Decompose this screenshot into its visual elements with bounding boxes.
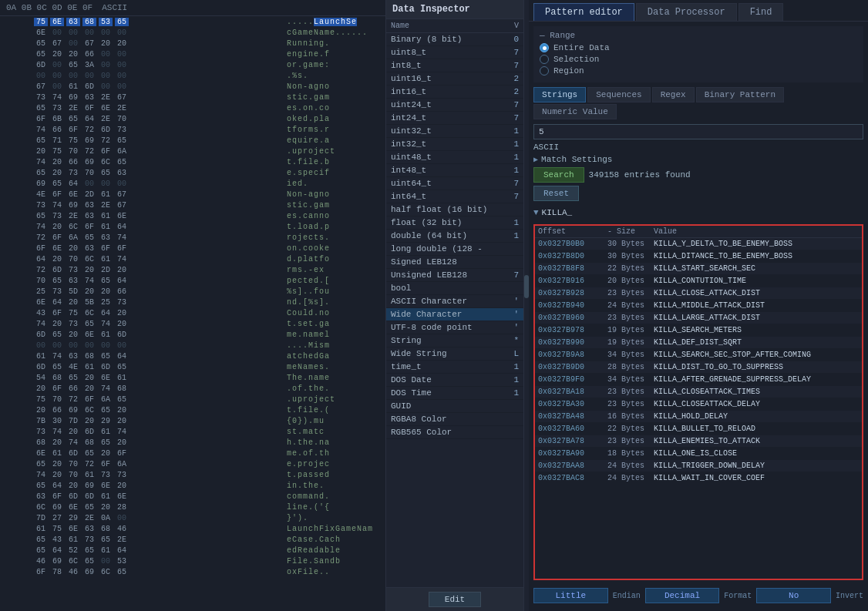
hex-byte[interactable]: 75 bbox=[34, 395, 48, 404]
hex-byte[interactable]: 6D bbox=[82, 82, 96, 91]
hex-byte[interactable]: 6C bbox=[99, 568, 113, 576]
hex-byte[interactable]: 74 bbox=[99, 384, 113, 393]
scroll-thumb[interactable] bbox=[524, 275, 529, 298]
hex-byte[interactable]: 6F bbox=[34, 568, 48, 576]
hex-byte[interactable]: 64 bbox=[34, 255, 48, 264]
hex-byte[interactable]: 65 bbox=[115, 395, 129, 404]
hex-byte[interactable]: 20 bbox=[115, 438, 129, 447]
hex-byte[interactable]: 25 bbox=[34, 287, 48, 296]
hex-byte[interactable]: 00 bbox=[115, 82, 129, 91]
hex-byte[interactable]: 00 bbox=[50, 341, 64, 350]
hex-byte[interactable]: 5B bbox=[82, 298, 96, 307]
hex-byte[interactable]: 2D bbox=[99, 266, 113, 274]
hex-byte[interactable]: 4E bbox=[34, 190, 48, 199]
list-item[interactable]: bool bbox=[386, 282, 523, 295]
hex-byte[interactable]: 6C bbox=[34, 503, 48, 512]
hex-byte[interactable]: 6F bbox=[50, 309, 64, 317]
radio-dot-region[interactable] bbox=[540, 66, 549, 76]
list-item[interactable]: RGBA8 Color bbox=[386, 413, 523, 426]
hex-byte[interactable]: 65 bbox=[34, 460, 48, 468]
hex-byte[interactable]: 20 bbox=[34, 147, 48, 156]
hex-byte[interactable]: 20 bbox=[115, 309, 129, 317]
list-item[interactable]: half float (16 bit) bbox=[386, 203, 523, 217]
list-item[interactable]: uint64_t7 bbox=[386, 177, 523, 190]
hex-byte[interactable]: 00 bbox=[50, 61, 64, 69]
sub-tab-binary-pattern[interactable]: Binary Pattern bbox=[696, 87, 784, 102]
hex-byte[interactable]: 68 bbox=[115, 384, 129, 393]
list-item[interactable]: Unsigned LEB1287 bbox=[386, 269, 523, 282]
hex-byte[interactable]: 29 bbox=[66, 514, 80, 522]
sub-tab-regex[interactable]: Regex bbox=[652, 87, 695, 102]
hex-byte[interactable]: 2E bbox=[99, 93, 113, 102]
hex-byte[interactable]: 66 bbox=[115, 287, 129, 296]
hex-byte[interactable]: 67 bbox=[50, 39, 64, 48]
hex-byte[interactable]: 74 bbox=[115, 255, 129, 264]
hex-byte[interactable]: 69 bbox=[82, 568, 96, 576]
hex-byte[interactable]: 6E bbox=[66, 190, 80, 199]
hex-byte[interactable]: 27 bbox=[50, 514, 64, 522]
hex-byte[interactable]: 29 bbox=[99, 417, 113, 425]
hex-byte[interactable]: 70 bbox=[66, 147, 80, 156]
hex-byte[interactable]: 2E bbox=[82, 514, 96, 522]
endian-button[interactable]: Little bbox=[533, 588, 608, 603]
list-item[interactable]: DOS Time1 bbox=[386, 387, 523, 400]
hex-byte[interactable]: 63 bbox=[115, 169, 129, 177]
hex-byte[interactable]: 65 bbox=[66, 374, 80, 382]
hex-byte[interactable]: 20 bbox=[82, 417, 96, 425]
hex-byte[interactable]: 69 bbox=[82, 136, 96, 145]
hex-byte[interactable]: 61 bbox=[66, 82, 80, 91]
sub-tab-numeric-value[interactable]: Numeric Value bbox=[533, 104, 617, 119]
hex-byte[interactable]: 69 bbox=[50, 557, 64, 566]
hex-byte[interactable]: 2E bbox=[66, 212, 80, 220]
hex-byte[interactable]: 63 bbox=[99, 233, 113, 242]
hex-byte[interactable]: 66 bbox=[82, 50, 96, 59]
list-item[interactable]: ASCII Character' bbox=[386, 295, 523, 308]
list-item[interactable]: uint8_t7 bbox=[386, 46, 523, 59]
hex-byte[interactable]: 63 bbox=[82, 525, 96, 533]
table-row[interactable]: 0x0327BA9018 BytesKILLA_ONE_IS_CLOSE bbox=[535, 448, 862, 460]
hex-byte[interactable]: 69 bbox=[66, 201, 80, 210]
hex-byte[interactable]: 72 bbox=[82, 460, 96, 468]
hex-byte[interactable]: 20 bbox=[50, 460, 64, 468]
hex-byte[interactable]: 61 bbox=[50, 449, 64, 458]
hex-byte[interactable]: 74 bbox=[50, 201, 64, 210]
hex-byte[interactable]: 6D bbox=[99, 126, 113, 134]
hex-byte[interactable]: 61 bbox=[82, 471, 96, 479]
hex-byte[interactable]: 00 bbox=[115, 29, 129, 37]
hex-byte[interactable]: 70 bbox=[66, 255, 80, 264]
list-item[interactable]: time_t1 bbox=[386, 361, 523, 374]
hex-byte[interactable]: 61 bbox=[99, 223, 113, 231]
hex-byte[interactable]: 65 bbox=[82, 503, 96, 512]
list-item[interactable]: Binary (8 bit)0 bbox=[386, 33, 523, 46]
hex-byte[interactable]: 2D bbox=[82, 190, 96, 199]
hex-byte[interactable]: 6E bbox=[34, 29, 48, 37]
sub-tab-sequences[interactable]: Sequences bbox=[587, 87, 650, 102]
hex-byte[interactable]: 65 bbox=[34, 39, 48, 48]
table-row[interactable]: 0x0327B9D028 BytesKILLA_DIST_TO_GO_TO_SU… bbox=[535, 361, 862, 374]
hex-byte[interactable]: 68 bbox=[82, 438, 96, 447]
table-row[interactable]: 0x0327B8F822 BytesKILLA_START_SEARCH_SEC bbox=[535, 263, 862, 275]
hex-byte[interactable]: 25 bbox=[99, 298, 113, 307]
radio-region[interactable]: Region bbox=[540, 66, 857, 76]
list-item[interactable]: Signed LEB128 bbox=[386, 256, 523, 269]
hex-byte[interactable]: 64 bbox=[82, 115, 96, 123]
table-row[interactable]: 0x0327B9F034 BytesKILLA_AFTER_GRENADE_SU… bbox=[535, 374, 862, 386]
hex-byte[interactable]: 4E bbox=[66, 363, 80, 371]
hex-byte[interactable]: 65 bbox=[99, 352, 113, 361]
hex-byte[interactable]: 72 bbox=[34, 233, 48, 242]
hex-byte[interactable]: 6C bbox=[99, 158, 113, 166]
hex-byte[interactable]: 6F bbox=[99, 244, 113, 253]
hex-byte[interactable]: 72 bbox=[66, 395, 80, 404]
list-item-wide-char[interactable]: Wide Character' bbox=[386, 308, 523, 321]
hex-byte[interactable]: 6F bbox=[50, 233, 64, 242]
list-item[interactable]: uint24_t7 bbox=[386, 99, 523, 112]
hex-byte[interactable]: 6D bbox=[99, 363, 113, 371]
hex-byte[interactable]: 20 bbox=[115, 266, 129, 274]
hex-byte[interactable]: 6E bbox=[82, 331, 96, 339]
hex-byte[interactable]: 53 bbox=[115, 557, 129, 566]
hex-byte[interactable]: 43 bbox=[34, 309, 48, 317]
hex-byte[interactable]: 00 bbox=[82, 29, 96, 37]
hex-byte[interactable]: 20 bbox=[99, 39, 113, 48]
hex-byte[interactable]: 64 bbox=[50, 482, 64, 490]
hex-byte[interactable]: 00 bbox=[115, 341, 129, 350]
